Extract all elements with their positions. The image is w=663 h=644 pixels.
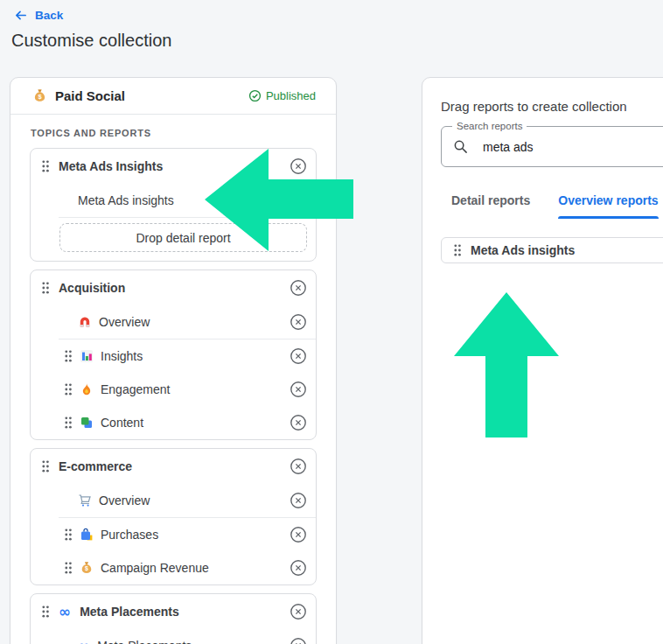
magnet-icon [78,315,92,329]
topic-card-ecommerce: E-commerce Overview Purchases $ Campaign… [30,448,317,585]
tab-label: Detail reports [451,193,530,207]
back-button[interactable]: Back [14,9,63,22]
back-label: Back [35,9,63,22]
shopping-bag-icon [80,528,94,542]
drag-handle-icon[interactable] [64,528,73,542]
search-input[interactable]: meta ads [483,140,534,154]
drag-handle-icon[interactable] [64,349,73,363]
topic-card-acquisition: Acquisition Overview Insights Engagement [30,270,317,440]
tab-label: Overview reports [558,193,658,207]
report-name: Engagement [101,382,170,396]
topic-card-meta-placements: ∞ Meta Placements ∞ Meta Placements [30,593,317,644]
infinity-icon: ∞ [59,605,71,619]
drag-handle-icon[interactable] [41,605,50,619]
shopping-cart-icon [78,494,92,508]
report-name: Meta Ads insights [471,243,575,257]
published-badge: Published [248,89,316,102]
remove-report-button[interactable] [288,312,309,332]
topic-header[interactable]: ∞ Meta Placements [31,594,316,629]
page-title: Customise collection [11,31,171,51]
drag-handle-icon[interactable] [41,281,50,295]
report-row[interactable]: ∞ Meta Placements [31,629,316,644]
active-tab-underline [558,216,658,219]
drag-handle-icon[interactable] [64,561,73,575]
remove-report-button[interactable] [288,379,309,400]
collection-panel: $ Paid Social Published TOPICS AND REPOR… [10,77,337,644]
report-row[interactable]: Insights [31,340,316,373]
report-row[interactable]: Content [31,406,316,439]
remove-topic-button[interactable] [288,456,309,477]
section-label: TOPICS AND REPORTS [10,115,336,148]
search-field[interactable]: Search reports meta ads [441,126,663,167]
tab-bar: Detail reports Overview reports [451,193,663,219]
report-library-panel: Drag reports to create collection Search… [422,77,663,644]
report-row[interactable]: Meta Ads insights [31,184,316,217]
topic-card-meta-ads-insights: Meta Ads Insights Meta Ads insights Drop… [30,148,317,262]
library-report-item[interactable]: Meta Ads insights [441,237,663,263]
collection-name: Paid Social [55,88,125,103]
remove-topic-button[interactable] [288,601,309,622]
back-arrow-icon [14,9,27,22]
remove-report-button[interactable] [288,346,309,367]
remove-report-button[interactable] [288,557,309,578]
report-name: Purchases [101,528,158,542]
drop-hint-label: Drop detail report [136,231,230,245]
tab-detail-reports[interactable]: Detail reports [451,193,530,219]
remove-report-button[interactable] [288,524,309,545]
topics-list: Meta Ads Insights Meta Ads insights Drop… [10,148,336,644]
library-title: Drag reports to create collection [441,99,663,114]
drag-handle-icon[interactable] [41,159,50,173]
report-name: Content [101,416,143,430]
money-bag-icon: $ [80,561,94,575]
published-label: Published [266,89,316,102]
report-row[interactable]: $ Campaign Revenue [31,551,316,584]
report-row[interactable]: Overview [31,305,316,339]
report-row[interactable]: Engagement [31,373,316,406]
infinity-icon: ∞ [78,639,90,644]
report-name: Campaign Revenue [101,561,209,575]
remove-report-button[interactable] [288,190,309,211]
topic-name: E-commerce [59,459,132,473]
remove-topic-button[interactable] [288,156,309,177]
report-name: Meta Ads insights [78,193,174,207]
topic-name: Meta Ads Insights [59,159,163,173]
topic-name: Acquisition [59,281,125,295]
topic-header[interactable]: E-commerce [31,449,316,484]
drag-handle-icon[interactable] [64,382,73,396]
drag-handle-icon[interactable] [453,243,462,257]
bar-chart-icon [80,349,94,363]
report-name: Overview [99,494,150,508]
drop-detail-report-zone[interactable]: Drop detail report [59,223,307,252]
search-icon [453,139,468,154]
topic-header[interactable]: Meta Ads Insights [31,149,316,184]
topic-name: Meta Placements [80,605,179,619]
check-circle-icon [248,89,262,102]
svg-text:$: $ [85,565,88,572]
remove-report-button[interactable] [288,635,309,644]
remove-report-button[interactable] [288,412,309,433]
collection-header: $ Paid Social Published [10,78,336,115]
remove-report-button[interactable] [288,490,309,511]
report-name: Insights [101,349,143,363]
report-row[interactable]: Purchases [31,518,316,551]
report-name: Meta Placements [97,639,192,644]
tab-overview-reports[interactable]: Overview reports [558,193,658,219]
drag-handle-icon[interactable] [64,416,73,430]
report-name: Overview [99,315,150,329]
topic-header[interactable]: Acquisition [31,270,316,305]
report-row[interactable]: Overview [31,484,316,517]
drag-handle-icon[interactable] [41,459,50,473]
content-squares-icon [80,416,94,430]
search-field-label: Search reports [452,121,527,131]
flame-icon [80,382,94,396]
money-bag-icon: $ [32,88,47,103]
remove-topic-button[interactable] [288,277,309,298]
divider [59,217,316,218]
